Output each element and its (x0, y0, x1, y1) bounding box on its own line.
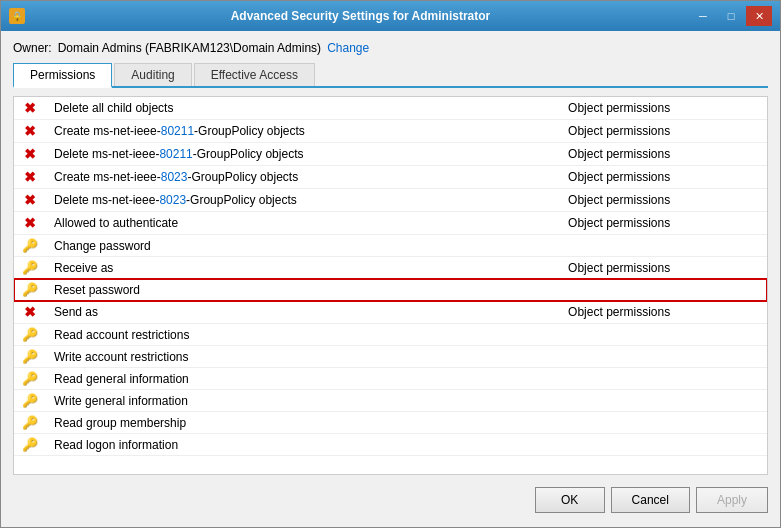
row-icon: ✖ (14, 189, 46, 212)
key-icon: 🔑 (22, 349, 38, 364)
table-row[interactable]: ✖Delete all child objectsObject permissi… (14, 97, 767, 120)
applies-to (560, 235, 767, 257)
table-row[interactable]: 🔑Read general information (14, 368, 767, 390)
permission-name: Delete ms-net-ieee-80211-GroupPolicy obj… (46, 143, 377, 166)
content-area: Owner: Domain Admins (FABRIKAM123\Domain… (1, 31, 780, 527)
permissions-table: ✖Delete all child objectsObject permissi… (14, 97, 767, 456)
tab-auditing[interactable]: Auditing (114, 63, 191, 86)
table-row[interactable]: 🔑Reset password (14, 279, 767, 301)
inherited-from (377, 368, 560, 390)
inherited-from (377, 235, 560, 257)
applies-to: Object permissions (560, 120, 767, 143)
row-icon: 🔑 (14, 412, 46, 434)
link-text[interactable]: 8023 (159, 193, 186, 207)
permission-name: Read logon information (46, 434, 377, 456)
deny-icon: ✖ (24, 215, 36, 231)
deny-icon: ✖ (24, 123, 36, 139)
permission-name: Delete all child objects (46, 97, 377, 120)
key-icon: 🔑 (22, 393, 38, 408)
key-icon: 🔑 (22, 371, 38, 386)
inherited-from (377, 412, 560, 434)
link-text[interactable]: 8023 (161, 170, 188, 184)
link-text[interactable]: 80211 (161, 124, 194, 138)
table-row[interactable]: 🔑Read group membership (14, 412, 767, 434)
row-icon: 🔑 (14, 368, 46, 390)
window-title: Advanced Security Settings for Administr… (31, 9, 690, 23)
table-row[interactable]: ✖Create ms-net-ieee-80211-GroupPolicy ob… (14, 120, 767, 143)
permissions-table-container: ✖Delete all child objectsObject permissi… (13, 96, 768, 475)
row-icon: ✖ (14, 212, 46, 235)
owner-row: Owner: Domain Admins (FABRIKAM123\Domain… (13, 41, 768, 55)
close-button[interactable]: ✕ (746, 6, 772, 26)
permission-name: Delete ms-net-ieee-8023-GroupPolicy obje… (46, 189, 377, 212)
applies-to: Object permissions (560, 301, 767, 324)
deny-icon: ✖ (24, 146, 36, 162)
table-row[interactable]: ✖Send asObject permissions (14, 301, 767, 324)
apply-button[interactable]: Apply (696, 487, 768, 513)
row-icon: ✖ (14, 120, 46, 143)
applies-to (560, 434, 767, 456)
permission-name: Read account restrictions (46, 324, 377, 346)
main-window: 🔒 Advanced Security Settings for Adminis… (0, 0, 781, 528)
inherited-from (377, 166, 560, 189)
table-row[interactable]: ✖Allowed to authenticateObject permissio… (14, 212, 767, 235)
table-row[interactable]: ✖Delete ms-net-ieee-8023-GroupPolicy obj… (14, 189, 767, 212)
row-icon: 🔑 (14, 257, 46, 279)
applies-to (560, 279, 767, 301)
table-row[interactable]: ✖Create ms-net-ieee-8023-GroupPolicy obj… (14, 166, 767, 189)
row-icon: 🔑 (14, 235, 46, 257)
ok-button[interactable]: OK (535, 487, 605, 513)
permission-name: Allowed to authenticate (46, 212, 377, 235)
permission-name: Send as (46, 301, 377, 324)
applies-to (560, 346, 767, 368)
row-icon: 🔑 (14, 390, 46, 412)
row-icon: 🔑 (14, 324, 46, 346)
key-icon: 🔑 (22, 238, 38, 253)
permission-name: Receive as (46, 257, 377, 279)
inherited-from (377, 390, 560, 412)
permission-name: Change password (46, 235, 377, 257)
change-owner-link[interactable]: Change (327, 41, 369, 55)
inherited-from (377, 189, 560, 212)
table-scroll-area[interactable]: ✖Delete all child objectsObject permissi… (14, 97, 767, 474)
permission-name: Write general information (46, 390, 377, 412)
cancel-button[interactable]: Cancel (611, 487, 690, 513)
applies-to (560, 324, 767, 346)
applies-to: Object permissions (560, 97, 767, 120)
owner-label: Owner: (13, 41, 52, 55)
row-icon: ✖ (14, 97, 46, 120)
row-icon: ✖ (14, 143, 46, 166)
permission-name: Reset password (46, 279, 377, 301)
applies-to: Object permissions (560, 189, 767, 212)
minimize-button[interactable]: ─ (690, 6, 716, 26)
applies-to: Object permissions (560, 166, 767, 189)
permission-name: Read group membership (46, 412, 377, 434)
applies-to (560, 368, 767, 390)
table-row[interactable]: 🔑Read account restrictions (14, 324, 767, 346)
permission-name: Create ms-net-ieee-80211-GroupPolicy obj… (46, 120, 377, 143)
title-bar: 🔒 Advanced Security Settings for Adminis… (1, 1, 780, 31)
key-icon: 🔑 (22, 415, 38, 430)
deny-icon: ✖ (24, 100, 36, 116)
key-icon: 🔑 (22, 437, 38, 452)
table-row[interactable]: 🔑Write account restrictions (14, 346, 767, 368)
table-row[interactable]: ✖Delete ms-net-ieee-80211-GroupPolicy ob… (14, 143, 767, 166)
table-row[interactable]: 🔑Read logon information (14, 434, 767, 456)
permission-name: Read general information (46, 368, 377, 390)
inherited-from (377, 143, 560, 166)
table-row[interactable]: 🔑Change password (14, 235, 767, 257)
table-row[interactable]: 🔑Write general information (14, 390, 767, 412)
deny-icon: ✖ (24, 304, 36, 320)
row-icon: 🔑 (14, 346, 46, 368)
inherited-from (377, 324, 560, 346)
maximize-button[interactable]: □ (718, 6, 744, 26)
applies-to: Object permissions (560, 143, 767, 166)
inherited-from (377, 301, 560, 324)
link-text[interactable]: 80211 (159, 147, 192, 161)
tab-permissions[interactable]: Permissions (13, 63, 112, 88)
row-icon: ✖ (14, 166, 46, 189)
tab-effective-access[interactable]: Effective Access (194, 63, 315, 86)
table-row[interactable]: 🔑Receive asObject permissions (14, 257, 767, 279)
window-controls: ─ □ ✕ (690, 6, 772, 26)
key-icon: 🔑 (22, 282, 38, 297)
